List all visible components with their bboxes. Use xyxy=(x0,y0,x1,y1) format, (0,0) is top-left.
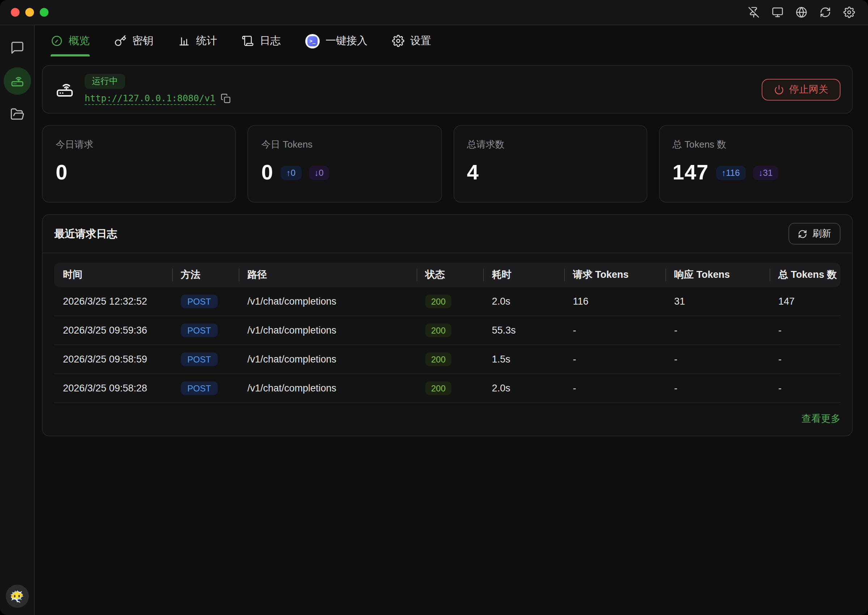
log-row[interactable]: 2026/3/25 12:32:52 POST /v1/chat/complet… xyxy=(54,287,840,316)
logs-panel-title: 最近请求日志 xyxy=(54,227,117,240)
log-time: 2026/3/25 09:58:28 xyxy=(54,383,172,393)
tab-keys[interactable]: 密钥 xyxy=(114,25,153,56)
logs-table: 时间 方法 路径 状态 耗时 请求 Tokens 响应 Tokens 总 Tok… xyxy=(43,253,852,403)
col-path: 路径 xyxy=(239,263,417,287)
col-req-tokens: 请求 Tokens xyxy=(564,263,665,287)
tokens-up-badge: ↑0 xyxy=(281,165,301,180)
pin-off-icon[interactable] xyxy=(748,6,759,18)
stat-cards: 今日请求 0 今日 Tokens 0 ↑0 ↓0 xyxy=(42,125,853,203)
gateway-url-link[interactable]: http://127.0.0.1:8080/v1 xyxy=(85,92,215,105)
scroll-icon xyxy=(242,35,254,47)
stat-label: 总 Tokens 数 xyxy=(673,138,840,151)
sidebar-item-gateway[interactable] xyxy=(3,67,31,95)
log-time: 2026/3/25 09:59:36 xyxy=(54,325,172,336)
tab-logs[interactable]: 日志 xyxy=(242,25,281,56)
tab-settings[interactable]: 设置 xyxy=(392,25,431,56)
method-badge: POST xyxy=(181,381,217,395)
method-badge: POST xyxy=(181,295,217,308)
screen: 😶‍🌫️ 概览 密钥 统计 xyxy=(0,0,868,615)
status-badge: 运行中 xyxy=(85,74,125,89)
view-more-link[interactable]: 查看更多 xyxy=(801,413,840,424)
sidebar-item-files[interactable] xyxy=(4,101,30,127)
log-total-tokens: - xyxy=(770,383,840,393)
titlebar-actions xyxy=(748,6,855,18)
log-total-tokens: - xyxy=(770,354,840,365)
log-req-tokens: - xyxy=(564,354,665,365)
log-req-tokens: 116 xyxy=(564,296,665,307)
col-method: 方法 xyxy=(172,263,239,287)
tab-label: 日志 xyxy=(260,34,281,48)
stat-card-today-requests: 今日请求 0 xyxy=(42,125,236,203)
settings-icon[interactable] xyxy=(843,6,855,18)
log-resp-tokens: - xyxy=(665,354,770,365)
tab-label: 概览 xyxy=(69,34,90,48)
copy-url-button[interactable] xyxy=(220,93,231,103)
tab-overview[interactable]: 概览 xyxy=(51,25,90,56)
stat-card-total-requests: 总请求数 4 xyxy=(453,125,647,203)
gateway-router-icon xyxy=(10,74,24,88)
globe-icon[interactable] xyxy=(796,6,807,18)
stat-value: 147 xyxy=(673,161,709,184)
main-area: 概览 密钥 统计 日志 >_ 一键接入 xyxy=(35,25,868,615)
tab-label: 设置 xyxy=(410,34,431,48)
status-code-badge: 200 xyxy=(425,323,451,337)
refresh-label: 刷新 xyxy=(812,227,831,240)
titlebar xyxy=(0,0,868,25)
log-path: /v1/chat/completions xyxy=(239,354,417,365)
log-resp-tokens: 31 xyxy=(665,296,770,307)
method-badge: POST xyxy=(181,352,217,366)
traffic-lights xyxy=(11,8,48,17)
stat-value: 4 xyxy=(467,161,479,184)
col-total-tokens: 总 Tokens 数 xyxy=(770,263,840,287)
log-path: /v1/chat/completions xyxy=(239,296,417,307)
col-time: 时间 xyxy=(54,263,172,287)
minimize-window-button[interactable] xyxy=(25,8,34,17)
log-duration: 2.0s xyxy=(483,383,564,393)
col-status: 状态 xyxy=(417,263,483,287)
log-total-tokens: 147 xyxy=(770,296,840,307)
sidebar-item-chat[interactable] xyxy=(4,35,30,61)
copy-icon xyxy=(220,93,231,103)
monitor-icon[interactable] xyxy=(772,6,783,18)
log-row[interactable]: 2026/3/25 09:58:28 POST /v1/chat/complet… xyxy=(54,374,840,403)
log-req-tokens: - xyxy=(564,383,665,393)
tokens-down-badge: ↓0 xyxy=(309,165,329,180)
log-duration: 55.3s xyxy=(483,325,564,336)
logs-table-header: 时间 方法 路径 状态 耗时 请求 Tokens 响应 Tokens 总 Tok… xyxy=(54,263,840,287)
tab-label: 密钥 xyxy=(132,34,153,48)
log-resp-tokens: - xyxy=(665,325,770,336)
tab-label: 一键接入 xyxy=(326,34,368,48)
bar-chart-icon xyxy=(178,35,190,47)
avatar-emoji: 😶‍🌫️ xyxy=(10,589,24,603)
status-code-badge: 200 xyxy=(425,352,451,366)
log-duration: 1.5s xyxy=(483,354,564,365)
tab-quick-connect[interactable]: >_ 一键接入 xyxy=(305,25,368,56)
log-total-tokens: - xyxy=(770,325,840,336)
maximize-window-button[interactable] xyxy=(40,8,48,17)
quick-connect-logo-icon: >_ xyxy=(305,34,320,48)
stat-card-total-tokens: 总 Tokens 数 147 ↑116 ↓31 xyxy=(659,125,853,203)
settings-icon xyxy=(392,35,404,47)
refresh-icon xyxy=(798,229,807,239)
refresh-icon[interactable] xyxy=(820,6,831,18)
app-window: 😶‍🌫️ 概览 密钥 统计 xyxy=(0,0,868,615)
power-icon xyxy=(774,84,784,94)
log-resp-tokens: - xyxy=(665,383,770,393)
tab-stats[interactable]: 统计 xyxy=(178,25,217,56)
sidebar: 😶‍🌫️ xyxy=(0,25,35,615)
log-row[interactable]: 2026/3/25 09:59:36 POST /v1/chat/complet… xyxy=(54,316,840,345)
key-icon xyxy=(114,35,126,47)
tokens-down-badge: ↓31 xyxy=(753,165,779,180)
refresh-logs-button[interactable]: 刷新 xyxy=(789,223,840,245)
log-duration: 2.0s xyxy=(483,296,564,307)
overview-content: 运行中 http://127.0.0.1:8080/v1 停止网关 xyxy=(35,56,868,615)
log-time: 2026/3/25 12:32:52 xyxy=(54,296,172,307)
status-code-badge: 200 xyxy=(425,295,451,308)
log-path: /v1/chat/completions xyxy=(239,325,417,336)
tokens-up-badge: ↑116 xyxy=(716,165,745,180)
stat-card-today-tokens: 今日 Tokens 0 ↑0 ↓0 xyxy=(248,125,442,203)
user-avatar[interactable]: 😶‍🌫️ xyxy=(5,585,28,608)
close-window-button[interactable] xyxy=(11,8,20,17)
log-row[interactable]: 2026/3/25 09:58:59 POST /v1/chat/complet… xyxy=(54,345,840,374)
stop-gateway-button[interactable]: 停止网关 xyxy=(762,78,840,100)
